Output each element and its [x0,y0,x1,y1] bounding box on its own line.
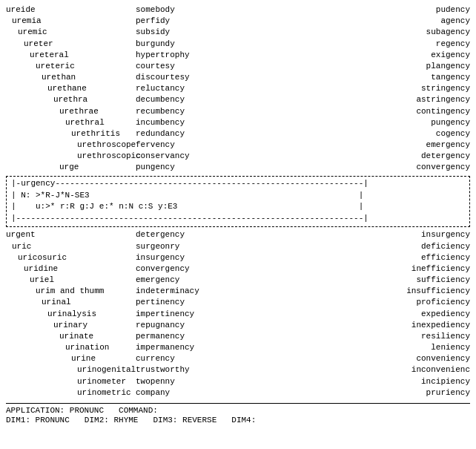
list-item: efficiency [265,252,470,263]
list-item: pungency [265,117,470,128]
list-item: burgundy [136,39,265,50]
box-line-3: | u:>* r:R g:J e:* n:N c:S y:E3 | [11,201,465,213]
list-item: insufficiency [265,286,470,297]
list-item: detergency [265,151,470,162]
list-item: ureide [6,4,136,16]
list-item: impertinency [136,309,265,320]
list-item: fervency [136,140,265,151]
col-left-top: ureide uremia uremic ureter ureteral ure… [6,4,136,174]
list-item: urethan [6,72,136,83]
dim1-label: DIM1: PRONUNC [6,416,70,425]
list-item: convergency [265,162,470,173]
list-item: pruriency [265,387,470,399]
list-item: uriel [6,275,136,286]
list-item: somebody [136,4,265,16]
status-row-1: APPLICATION: PRONUNC COMMAND: [6,406,470,415]
dim2-label: DIM2: RHYME [85,416,139,425]
screen: ureide uremia uremic ureter ureteral ure… [0,0,476,449]
list-item: urethrae [6,106,136,117]
list-item: impermanency [136,342,265,353]
col-mid-bottom: detergency surgeonry insurgency converge… [136,229,265,399]
col-right-top: pudency agency subagency regency exigenc… [265,4,470,174]
list-item: inexpediency [265,320,470,331]
list-item: ureteric [6,61,136,72]
list-item: pungency [136,162,265,173]
list-item: insurgency [136,252,265,263]
list-item: regency [265,39,470,50]
application-label: APPLICATION: PRONUNC [6,406,104,415]
list-item: urethritis [6,128,136,140]
col-left-bottom: urgent uric uricosuric uridine uriel uri… [6,229,136,399]
list-item: decumbency [136,94,265,105]
list-item: pertinency [136,297,265,308]
list-item: urge [6,162,136,173]
list-item: agency [265,16,470,27]
list-item: stringency [265,83,470,94]
list-item: inconvenienc [265,364,470,376]
list-item: leniency [265,342,470,353]
list-item: sufficiency [265,275,470,286]
list-item: urgent [6,229,136,240]
list-item: redundancy [136,128,265,140]
list-item: subsidy [136,27,265,38]
list-item: urination [6,342,136,353]
list-item: urinometric [6,387,136,399]
list-item: urethral [6,117,136,128]
list-item: incipiency [265,376,470,387]
col-mid-top: somebody perfidy subsidy burgundy hypert… [136,4,265,174]
list-item: emergency [265,140,470,151]
pronunciation-box: |-urgency-------------------------------… [6,176,470,228]
status-bar: APPLICATION: PRONUNC COMMAND: DIM1: PRON… [6,403,470,425]
list-item: pudency [265,4,470,16]
list-item: urethane [6,83,136,94]
list-item: inefficiency [265,263,470,275]
list-item: reluctancy [136,83,265,94]
list-item: uric [6,241,136,252]
list-item: conservancy [136,151,265,162]
list-item: urinalysis [6,309,136,320]
list-item: uricosuric [6,252,136,263]
list-item: plangency [265,61,470,72]
dim4-label: DIM4: [231,416,256,425]
list-item: expediency [265,309,470,320]
list-item: urinogenital [6,364,136,376]
col-right-bottom: insurgency deficiency efficiency ineffic… [265,229,470,399]
list-item: uremic [6,27,136,38]
list-item: emergency [136,275,265,286]
list-item: urinometer [6,376,136,387]
list-item: urinal [6,297,136,308]
list-item: urinate [6,331,136,342]
list-item: urethroscopic [6,151,136,162]
list-item: recumbency [136,106,265,117]
list-item: insurgency [265,229,470,240]
list-item: cogency [265,128,470,140]
top-section: ureide uremia uremic ureter ureteral ure… [6,4,470,174]
list-item: conveniency [265,353,470,364]
list-item: hypertrophy [136,50,265,61]
list-item: urim and thumm [6,286,136,297]
list-item: surgeonry [136,241,265,252]
list-item: ureteral [6,50,136,61]
list-item: discourtesy [136,72,265,83]
list-item: permanency [136,331,265,342]
list-item: trustworthy [136,364,265,376]
list-item: twopenny [136,376,265,387]
list-item: incumbency [136,117,265,128]
list-item: subagency [265,27,470,38]
list-item: exigency [265,50,470,61]
list-item: currency [136,353,265,364]
list-item: perfidy [136,16,265,27]
box-line-4: |---------------------------------------… [11,213,465,225]
list-item: astringency [265,94,470,105]
box-line-1: |-urgency-------------------------------… [11,178,465,190]
list-item: convergency [136,263,265,275]
list-item: company [136,387,265,399]
list-item: ureter [6,39,136,50]
dim3-label: DIM3: REVERSE [153,416,216,425]
status-row-2: DIM1: PRONUNC DIM2: RHYME DIM3: REVERSE … [6,416,470,425]
list-item: tangency [265,72,470,83]
bottom-section: urgent uric uricosuric uridine uriel uri… [6,229,470,399]
list-item: courtesy [136,61,265,72]
box-line-2: | N: >*R-J*N-SE3 | [11,190,465,202]
command-label: COMMAND: [119,406,158,415]
